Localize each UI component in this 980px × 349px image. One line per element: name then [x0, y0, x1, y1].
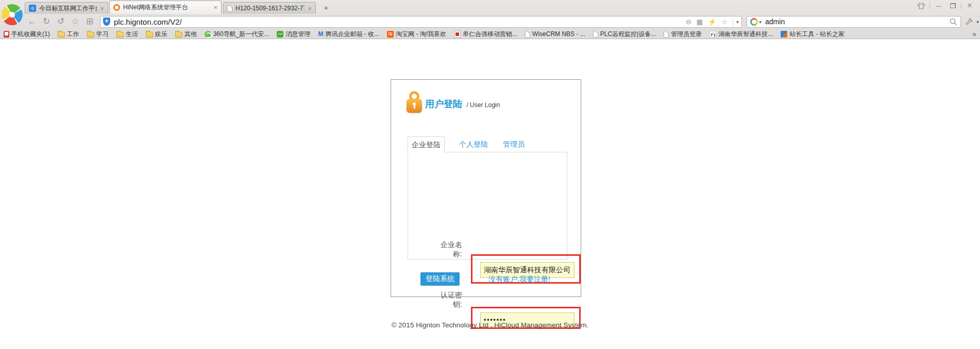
search-magnifier-icon[interactable] — [950, 18, 957, 26]
tools-wrench-button[interactable]: ▾ — [966, 18, 979, 26]
speed-lightning-icon[interactable]: ⚡ — [708, 18, 716, 26]
page-icon — [525, 31, 530, 38]
bookmark-label: 湖南华辰智通科技... — [718, 30, 773, 39]
apps-grid-button[interactable]: ⊞ — [82, 16, 97, 27]
theme-skin-button[interactable] — [914, 1, 928, 10]
tools-dropdown-icon[interactable]: ▾ — [976, 19, 979, 25]
search-input[interactable] — [765, 18, 950, 26]
bookmark-folder-life[interactable]: 生活 — [116, 30, 138, 39]
close-tab-icon[interactable]: × — [308, 5, 312, 12]
undo-button[interactable]: ↺ — [54, 16, 68, 27]
bookmark-label: 工作 — [67, 30, 79, 39]
bookmark-huachen-tech[interactable]: 湖南华辰智通科技... — [709, 30, 773, 39]
bookmark-admin-login[interactable]: 管理员登录 — [664, 30, 702, 39]
hinet-favicon-icon — [113, 4, 120, 11]
bookmark-label: 娱乐 — [155, 30, 167, 39]
lock-icon — [407, 91, 422, 113]
bookmark-tencent-mail[interactable]: M腾讯企业邮箱 - 收... — [318, 30, 379, 39]
green-circle-icon — [205, 31, 211, 38]
company-name-label: 企业名称: — [436, 240, 462, 258]
bookmark-wisecrm[interactable]: WiseCRM NBS - ... — [525, 30, 585, 38]
jin-favicon-icon: 今 — [29, 5, 36, 12]
bar-chart-icon — [709, 31, 716, 38]
folder-icon — [146, 32, 153, 38]
search-engine-dropdown-icon[interactable]: ▾ — [759, 19, 762, 25]
bookmark-folder-entertainment[interactable]: 娱乐 — [146, 30, 167, 39]
url-input[interactable] — [114, 18, 681, 26]
tab-personal-login[interactable]: 个人登陆 — [459, 140, 488, 149]
search-engine-logo-icon[interactable] — [750, 18, 758, 26]
bookmark-shanren-marketing[interactable]: 单仁合强移动营销... — [454, 30, 517, 39]
bookmark-phone-favorites[interactable]: 手机收藏夹(1) — [4, 30, 50, 39]
taobao-icon: 淘 — [387, 31, 394, 38]
browser-logo-icon[interactable] — [2, 4, 23, 25]
favorites-star-button[interactable]: ☆ — [68, 16, 82, 27]
bookmark-folder-other[interactable]: 其他 — [175, 30, 197, 39]
refresh-button[interactable]: ↻ — [39, 16, 54, 27]
bookmark-label: WiseCRM NBS - ... — [532, 30, 585, 38]
bookmark-label: 消息管理 — [285, 30, 310, 39]
folder-icon — [58, 32, 65, 38]
tab-hinet-active[interactable]: HiNet网络系统管理平台 × — [109, 1, 222, 14]
bookmark-star-icon[interactable]: ☆ — [721, 18, 728, 26]
close-tab-icon[interactable]: × — [100, 5, 104, 12]
navigation-toolbar: ← ↻ ↺ ☆ ⊞ ⊖ ▦ ⚡ ☆ ▾ ▾ — [0, 14, 980, 29]
bookmark-folder-work[interactable]: 工作 — [58, 30, 79, 39]
bookmark-label: 其他 — [184, 30, 197, 39]
bookmark-label: 单仁合强移动营销... — [463, 30, 517, 39]
bookmark-360-nav[interactable]: 360导航_新一代安... — [205, 30, 269, 39]
zoom-level-icon[interactable]: ⊖ — [686, 18, 691, 26]
bookmark-chinaz[interactable]: 站长工具 - 站长之家 — [781, 30, 844, 39]
bookmark-label: 管理员登录 — [671, 30, 702, 39]
tab-label: H120-1509-1617-2932-77 — [235, 5, 305, 12]
browser-window: 今 今目标互联网工作平台 × HiNet网络系统管理平台 × H120-1509… — [0, 0, 980, 349]
window-controls: ─ × — [914, 1, 977, 10]
bookmark-label: 生活 — [126, 30, 138, 39]
bookmark-label: 学习 — [96, 30, 109, 39]
search-box[interactable]: ▾ — [747, 16, 961, 28]
stamp-icon — [454, 31, 461, 38]
folder-icon — [87, 32, 94, 38]
footer-copyright: © 2015 Hignton Technology Ltd . HiCloud … — [0, 321, 980, 329]
folder-icon — [116, 32, 124, 38]
divider — [930, 3, 930, 9]
tab-enterprise-login[interactable]: 企业登陆 — [408, 136, 445, 152]
bookmark-label: 站长工具 - 站长之家 — [789, 30, 844, 39]
page-content: 用户登陆 / User Login 企业登陆 个人登陆 管理员 企业名称: 认证… — [0, 39, 980, 348]
login-form-box: 企业名称: 认证密钥: — [408, 152, 567, 259]
qr-code-icon[interactable]: ▦ — [697, 18, 703, 26]
wrench-icon — [966, 18, 973, 26]
restore-button[interactable] — [945, 1, 960, 10]
tab-h120[interactable]: H120-1509-1617-2932-77 × — [223, 2, 316, 14]
bookmark-message-mgmt[interactable]: 消息管理 — [277, 30, 310, 39]
tab-label: HiNet网络系统管理平台 — [123, 3, 210, 12]
close-window-button[interactable]: × — [962, 1, 977, 10]
phone-icon — [4, 31, 9, 38]
url-dropdown-icon[interactable]: ▾ — [736, 19, 739, 25]
chinaz-icon — [781, 31, 787, 38]
tab-label: 今目标互联网工作平台 — [39, 4, 97, 13]
bookmark-label: 360导航_新一代安... — [213, 30, 269, 39]
shirt-icon — [917, 3, 925, 9]
bookmark-plc-monitor[interactable]: PLC远程监控|设备... — [593, 30, 656, 39]
site-shield-icon[interactable] — [103, 18, 110, 26]
close-tab-icon[interactable]: × — [213, 4, 217, 11]
title-chinese: 用户登陆 — [425, 99, 462, 109]
back-button[interactable]: ← — [25, 16, 39, 27]
tab-strip: 今 今目标互联网工作平台 × HiNet网络系统管理平台 × H120-1509… — [0, 0, 980, 14]
auth-key-label: 认证密钥: — [436, 290, 462, 309]
bookmark-label: 淘宝网 - 淘!我喜欢 — [396, 30, 446, 39]
page-title: 用户登陆 / User Login — [425, 98, 500, 110]
bookmark-folder-study[interactable]: 学习 — [87, 30, 109, 39]
login-button[interactable]: 登陆系统 — [420, 272, 460, 286]
bookmark-taobao[interactable]: 淘淘宝网 - 淘!我喜欢 — [387, 30, 446, 39]
minimize-button[interactable]: ─ — [931, 1, 945, 10]
address-bar[interactable]: ⊖ ▦ ⚡ ☆ ▾ — [100, 16, 742, 28]
tab-jinmubiao[interactable]: 今 今目标互联网工作平台 × — [25, 2, 108, 14]
bookmark-label: 腾讯企业邮箱 - 收... — [325, 30, 379, 39]
tab-administrator[interactable]: 管理员 — [503, 140, 525, 149]
register-link[interactable]: 没有账户,我要注册! — [488, 275, 550, 284]
bookmarks-overflow-chevron[interactable]: » — [972, 30, 976, 38]
title-english: / User Login — [466, 101, 500, 109]
new-tab-button[interactable]: + — [319, 3, 333, 13]
